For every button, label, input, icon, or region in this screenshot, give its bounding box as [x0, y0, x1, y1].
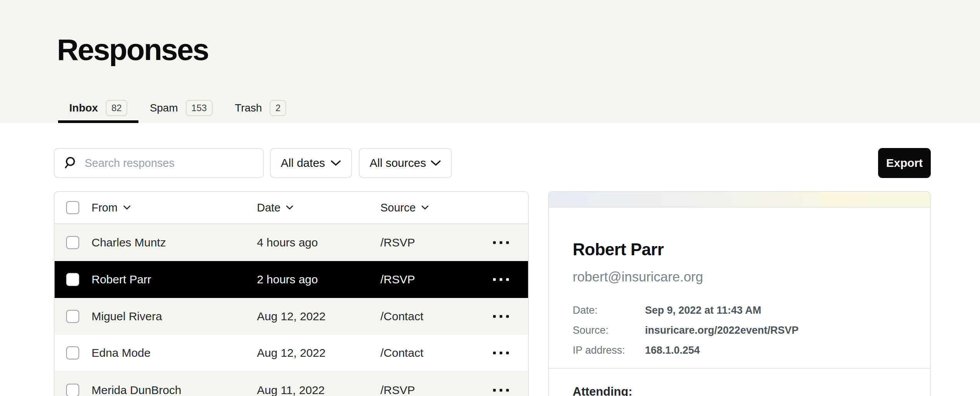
- detail-accent-strip: [549, 192, 930, 208]
- column-header-source[interactable]: Source: [380, 201, 429, 214]
- ellipsis-menu-icon[interactable]: [493, 241, 509, 244]
- row-from: Charles Muntz: [92, 236, 166, 249]
- tab-inbox-count-badge: 82: [106, 100, 128, 116]
- column-header-date-label: Date: [257, 201, 280, 214]
- tab-inbox[interactable]: Inbox 82: [58, 95, 138, 123]
- row-from: Robert Parr: [92, 273, 151, 286]
- row-source: /RSVP: [380, 236, 415, 249]
- row-date: Aug 11, 2022: [257, 384, 325, 396]
- detail-email: robert@insuricare.org: [573, 269, 907, 285]
- page-title: Responses: [57, 32, 208, 67]
- column-header-date[interactable]: Date: [257, 201, 293, 214]
- table-row-selected[interactable]: Robert Parr 2 hours ago /RSVP: [55, 261, 528, 298]
- detail-meta: Date: Sep 9, 2022 at 11:43 AM Source: in…: [573, 304, 907, 356]
- select-all-checkbox[interactable]: [66, 201, 79, 214]
- responses-page: Responses Inbox 82 Spam 153 Trash 2: [0, 0, 980, 396]
- meta-value: insuricare.org/2022event/RSVP: [645, 324, 798, 336]
- responses-table: From Date Source Charles Muntz 4: [54, 191, 529, 396]
- ellipsis-menu-icon[interactable]: [493, 278, 509, 281]
- column-header-from[interactable]: From: [92, 201, 131, 214]
- row-from: Miguel Rivera: [92, 310, 162, 323]
- row-source: /Contact: [380, 346, 423, 359]
- tab-trash-label: Trash: [235, 102, 262, 114]
- table-row[interactable]: Miguel Rivera Aug 12, 2022 /Contact: [55, 298, 528, 335]
- chevron-down-icon: [123, 205, 131, 210]
- ellipsis-menu-icon[interactable]: [493, 315, 509, 318]
- search-input[interactable]: [85, 157, 254, 170]
- row-source: /Contact: [380, 310, 423, 323]
- table-row[interactable]: Edna Mode Aug 12, 2022 /Contact: [55, 335, 528, 372]
- row-source: /RSVP: [380, 384, 415, 396]
- tab-inbox-label: Inbox: [69, 102, 98, 114]
- magnifier-icon: [64, 156, 77, 170]
- tab-trash-count-badge: 2: [270, 100, 286, 116]
- row-checkbox[interactable]: [66, 273, 79, 286]
- table-row[interactable]: Merida DunBroch Aug 11, 2022 /RSVP: [55, 372, 528, 396]
- detail-name: Robert Parr: [573, 240, 907, 259]
- tab-spam-label: Spam: [150, 102, 178, 114]
- attending-heading: Attending:: [573, 385, 907, 396]
- row-checkbox[interactable]: [66, 346, 79, 359]
- search-box[interactable]: [54, 148, 264, 178]
- row-from: Edna Mode: [92, 346, 150, 359]
- meta-value: Sep 9, 2022 at 11:43 AM: [645, 304, 761, 316]
- export-button[interactable]: Export: [878, 148, 931, 178]
- row-from: Merida DunBroch: [92, 384, 181, 396]
- row-date: 2 hours ago: [257, 273, 318, 286]
- row-checkbox[interactable]: [66, 236, 79, 249]
- chevron-down-icon: [286, 205, 293, 210]
- row-checkbox[interactable]: [66, 384, 79, 396]
- meta-label: Date:: [573, 304, 645, 316]
- response-detail-panel: Robert Parr robert@insuricare.org Date: …: [548, 191, 931, 396]
- row-date: 4 hours ago: [257, 236, 318, 249]
- row-source: /RSVP: [380, 273, 415, 286]
- detail-body: Robert Parr robert@insuricare.org Date: …: [549, 208, 930, 396]
- meta-row-date: Date: Sep 9, 2022 at 11:43 AM: [573, 304, 907, 316]
- row-date: Aug 12, 2022: [257, 310, 326, 323]
- source-filter-value: All sources: [370, 156, 426, 170]
- ellipsis-menu-icon[interactable]: [493, 352, 509, 354]
- column-header-from-label: From: [92, 201, 118, 214]
- row-checkbox[interactable]: [66, 310, 79, 323]
- meta-label: IP address:: [573, 344, 645, 356]
- source-filter-dropdown[interactable]: All sources: [359, 148, 452, 178]
- tab-trash[interactable]: Trash 2: [224, 95, 298, 123]
- meta-value: 168.1.0.254: [645, 344, 700, 356]
- table-header-row: From Date Source: [55, 192, 528, 224]
- chevron-down-icon: [330, 160, 341, 166]
- select-all-cell: [66, 201, 79, 214]
- tab-spam[interactable]: Spam 153: [138, 95, 223, 123]
- page-header: Responses Inbox 82 Spam 153 Trash 2: [0, 0, 980, 123]
- date-filter-value: All dates: [281, 156, 325, 170]
- column-header-source-label: Source: [380, 201, 416, 214]
- chevron-down-icon: [430, 160, 441, 166]
- tab-bar: Inbox 82 Spam 153 Trash 2: [58, 95, 297, 123]
- meta-row-ip: IP address: 168.1.0.254: [573, 344, 907, 356]
- row-date: Aug 12, 2022: [257, 346, 326, 359]
- table-row[interactable]: Charles Muntz 4 hours ago /RSVP: [55, 224, 528, 261]
- detail-divider: [549, 368, 931, 369]
- date-filter-dropdown[interactable]: All dates: [270, 148, 352, 178]
- meta-label: Source:: [573, 324, 645, 336]
- meta-row-source: Source: insuricare.org/2022event/RSVP: [573, 324, 907, 336]
- tab-spam-count-badge: 153: [186, 100, 213, 116]
- ellipsis-menu-icon[interactable]: [493, 389, 509, 392]
- chevron-down-icon: [421, 205, 429, 210]
